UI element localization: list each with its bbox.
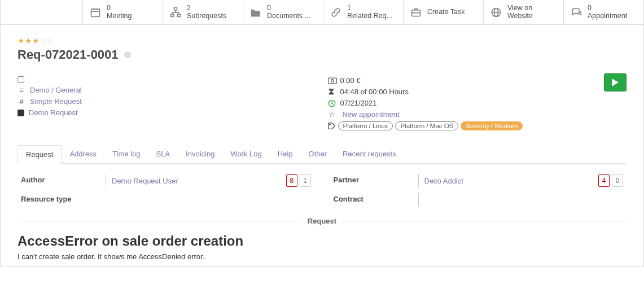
fields-left: Author Demo Request User 8 1 Resource ty… — [21, 174, 311, 212]
stat-related-label: Related Req... — [347, 12, 392, 20]
type-link[interactable]: Simple Request — [30, 97, 82, 106]
tag-severity-medium[interactable]: Severity / Medium — [461, 121, 523, 130]
request-body: I can't create sale order. It shows me A… — [17, 252, 627, 261]
star-empty-icon: ☆ — [40, 36, 47, 45]
stat-view-website[interactable]: View on Website — [483, 0, 563, 24]
stat-meeting-label: Meeting — [107, 12, 132, 20]
svg-rect-11 — [171, 14, 174, 16]
stat-meeting-count: 0 — [107, 5, 132, 12]
stat-appt-count: 0 — [588, 5, 627, 12]
fields-right: Partner Deco Addict 4 0 Contract — [334, 174, 624, 212]
stat-subreq-count: 2 — [187, 5, 226, 12]
stat-spacer — [1, 0, 82, 24]
date-value: 07/21/2021 — [340, 99, 377, 107]
star-outline-icon[interactable]: ☆ — [328, 110, 336, 119]
partner-label: Partner — [334, 174, 418, 184]
comments-icon — [571, 7, 582, 18]
priority-stars[interactable]: ★★★☆☆ — [17, 36, 627, 45]
star-icon: ★ — [17, 36, 25, 45]
author-value[interactable]: Demo Request User — [112, 177, 178, 185]
status-dot-icon[interactable] — [124, 51, 131, 58]
stat-meeting[interactable]: 0 Meeting — [82, 0, 163, 24]
link-icon — [330, 7, 341, 18]
start-timer-button[interactable] — [604, 73, 627, 91]
kind-box-icon — [17, 110, 24, 116]
tag-platform-linux[interactable]: Platform / Linux — [338, 121, 393, 130]
hourglass-icon — [328, 88, 336, 96]
globe-icon — [490, 7, 502, 18]
tab-other[interactable]: Other — [301, 145, 335, 164]
tab-invoicing[interactable]: Invoicing — [178, 145, 222, 164]
stat-create-task[interactable]: Create Task — [403, 0, 483, 24]
partner-value[interactable]: Deco Addict — [424, 177, 463, 185]
money-value: 0.00 € — [340, 76, 361, 85]
tab-timelog[interactable]: Time log — [104, 145, 148, 164]
category-link[interactable]: Demo / General — [30, 86, 82, 94]
hash-icon: # — [17, 97, 25, 106]
tab-sla[interactable]: SLA — [148, 145, 178, 164]
new-appointment-link[interactable]: New appointment — [343, 110, 400, 119]
stat-appointment[interactable]: 0 Appointment — [563, 0, 643, 24]
svg-rect-0 — [91, 9, 100, 16]
list-icon: ≡ — [17, 86, 25, 94]
stat-website-line1: View on — [507, 5, 533, 12]
stat-docs-count: 0 — [267, 5, 310, 12]
clock-icon — [328, 99, 336, 107]
svg-rect-22 — [328, 78, 336, 84]
stat-bar: 0 Meeting 2 Subrequests 0 Documents ... — [1, 0, 643, 25]
author-count-red[interactable]: 8 — [286, 174, 297, 187]
svg-point-25 — [329, 124, 330, 125]
partner-count-red[interactable]: 4 — [598, 174, 610, 187]
stat-appt-label: Appointment — [588, 12, 627, 20]
request-title: AccessError on sale order creation — [17, 233, 627, 249]
tag-platform-macos[interactable]: Platform / Mac OS — [395, 121, 458, 130]
star-icon: ★ — [32, 36, 40, 45]
resource-type-value — [106, 193, 311, 207]
tab-request[interactable]: Request — [17, 145, 62, 164]
tabs: Request Address Time log SLA Invoicing W… — [17, 145, 627, 164]
contract-label: Contract — [334, 193, 418, 203]
calendar-icon — [90, 7, 101, 18]
sitemap-icon — [170, 7, 181, 18]
stat-docs-label: Documents ... — [267, 12, 310, 20]
request-section-title: Request — [308, 217, 336, 225]
star-icon: ★ — [25, 36, 32, 45]
time-value: 04:48 of 00:00 Hours — [340, 88, 409, 96]
request-section-header: Request — [17, 217, 627, 225]
stat-subreq-label: Subrequests — [187, 12, 226, 20]
partner-count-grey[interactable]: 0 — [612, 174, 623, 187]
author-label: Author — [21, 174, 106, 184]
stat-related[interactable]: 1 Related Req... — [323, 0, 403, 24]
briefcase-icon — [410, 7, 422, 18]
svg-point-23 — [331, 79, 334, 82]
tab-recent[interactable]: Recent requests — [335, 145, 404, 164]
page-title: Req-072021-0001 — [17, 47, 627, 62]
svg-rect-12 — [177, 14, 180, 16]
kind-link[interactable]: Demo Request — [29, 108, 78, 117]
folder-icon — [250, 7, 261, 18]
stat-subrequests[interactable]: 2 Subrequests — [163, 0, 243, 24]
svg-rect-10 — [174, 7, 177, 10]
resource-type-label: Resource type — [21, 193, 106, 203]
stat-task-label: Create Task — [427, 8, 465, 16]
right-meta: 0.00 € 04:48 of 00:00 Hours 07/21/2021 ☆ — [328, 73, 627, 133]
stat-website-line2: Website — [507, 12, 533, 20]
favorite-toggle[interactable] — [17, 76, 24, 83]
tab-worklog[interactable]: Work Log — [222, 145, 269, 164]
stat-related-count: 1 — [347, 5, 392, 12]
tab-help[interactable]: Help — [270, 145, 301, 164]
tags-icon — [328, 122, 336, 130]
money-icon — [328, 77, 336, 84]
request-name: Req-072021-0001 — [17, 47, 119, 62]
star-empty-icon: ☆ — [47, 36, 54, 45]
contract-value — [418, 193, 624, 207]
left-meta: ≡ Demo / General # Simple Request Demo R… — [17, 73, 317, 133]
author-count-grey[interactable]: 1 — [300, 174, 311, 187]
tab-address[interactable]: Address — [62, 145, 104, 164]
stat-documents[interactable]: 0 Documents ... — [243, 0, 323, 24]
